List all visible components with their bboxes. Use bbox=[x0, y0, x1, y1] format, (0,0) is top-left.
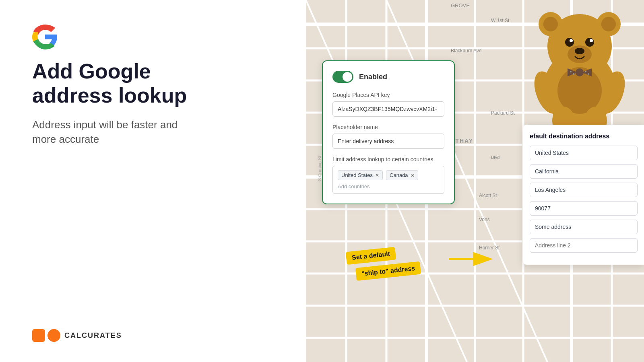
placeholder-label: Placeholder name bbox=[332, 124, 444, 130]
svg-text:Packard St: Packard St bbox=[491, 110, 515, 116]
countries-box: United States ✕ Canada ✕ Add countries bbox=[332, 166, 444, 194]
svg-text:GROVE: GROVE bbox=[451, 2, 470, 8]
logo-icons bbox=[32, 329, 60, 342]
svg-point-38 bbox=[585, 38, 594, 47]
remove-canada-button[interactable]: ✕ bbox=[411, 173, 415, 178]
state-field[interactable] bbox=[530, 164, 638, 179]
svg-point-34 bbox=[543, 17, 558, 31]
address-field[interactable] bbox=[530, 220, 638, 234]
annotation-arrow bbox=[449, 251, 497, 269]
teddy-bear-svg bbox=[515, 0, 644, 133]
svg-text:W 1st St: W 1st St bbox=[491, 18, 510, 23]
svg-text:Blackburn Ave: Blackburn Ave bbox=[451, 48, 482, 53]
api-key-input[interactable] bbox=[332, 101, 444, 117]
teddy-bear-image bbox=[515, 0, 644, 133]
destination-title: efault destination address bbox=[530, 133, 638, 140]
logo-text: CALCURATES bbox=[64, 331, 122, 340]
google-logo-icon bbox=[32, 24, 58, 50]
country-tag-us[interactable]: United States ✕ bbox=[338, 170, 383, 180]
svg-text:Blvd: Blvd bbox=[491, 155, 500, 160]
add-countries-input[interactable]: Add countries bbox=[338, 183, 370, 189]
countries-label: Limit address lookup to certain countrie… bbox=[332, 156, 444, 162]
country-us-label: United States bbox=[341, 172, 373, 178]
google-places-card: Enabled Google Places API key Placeholde… bbox=[322, 60, 455, 204]
country-canada-label: Canada bbox=[390, 172, 408, 178]
remove-us-button[interactable]: ✕ bbox=[375, 173, 379, 178]
calcurates-logo: CALCURATES bbox=[32, 329, 122, 342]
toggle-row: Enabled bbox=[332, 71, 444, 83]
svg-point-52 bbox=[573, 73, 574, 75]
svg-point-36 bbox=[601, 17, 616, 31]
svg-point-42 bbox=[575, 48, 584, 54]
right-panel: GROVE W 1st St Blackburn Ave Packard St … bbox=[306, 0, 644, 362]
svg-point-54 bbox=[588, 73, 589, 75]
left-panel: Add Google address lookup Address input … bbox=[0, 0, 306, 362]
placeholder-input[interactable] bbox=[332, 134, 444, 149]
annotation-container: Set a default "ship to" address bbox=[346, 249, 421, 278]
annotation-line1: Set a default bbox=[346, 247, 396, 265]
svg-point-53 bbox=[585, 71, 586, 72]
main-title: Add Google address lookup bbox=[32, 60, 274, 108]
svg-point-37 bbox=[565, 38, 574, 47]
svg-point-51 bbox=[570, 71, 572, 72]
toggle-label: Enabled bbox=[359, 73, 387, 81]
country-tag-canada[interactable]: Canada ✕ bbox=[386, 170, 418, 180]
logo-square-icon bbox=[32, 329, 45, 342]
svg-point-50 bbox=[576, 68, 584, 76]
svg-text:Vons: Vons bbox=[479, 217, 490, 222]
svg-text:Horner St: Horner St bbox=[479, 245, 500, 251]
address-line2-field[interactable] bbox=[530, 238, 638, 253]
logo-circle-icon bbox=[47, 329, 60, 342]
zip-field[interactable] bbox=[530, 201, 638, 216]
subtitle: Address input will be faster and more ac… bbox=[32, 117, 274, 147]
api-key-label: Google Places API key bbox=[332, 92, 444, 98]
toggle-knob bbox=[343, 72, 352, 82]
destination-card: efault destination address bbox=[523, 125, 644, 265]
svg-text:Alcott St: Alcott St bbox=[479, 193, 497, 198]
svg-text:S Corning St: S Corning St bbox=[317, 156, 322, 181]
country-field[interactable] bbox=[530, 146, 638, 160]
city-field[interactable] bbox=[530, 183, 638, 197]
enabled-toggle[interactable] bbox=[332, 71, 353, 83]
svg-point-40 bbox=[590, 39, 593, 42]
svg-point-39 bbox=[570, 39, 573, 42]
